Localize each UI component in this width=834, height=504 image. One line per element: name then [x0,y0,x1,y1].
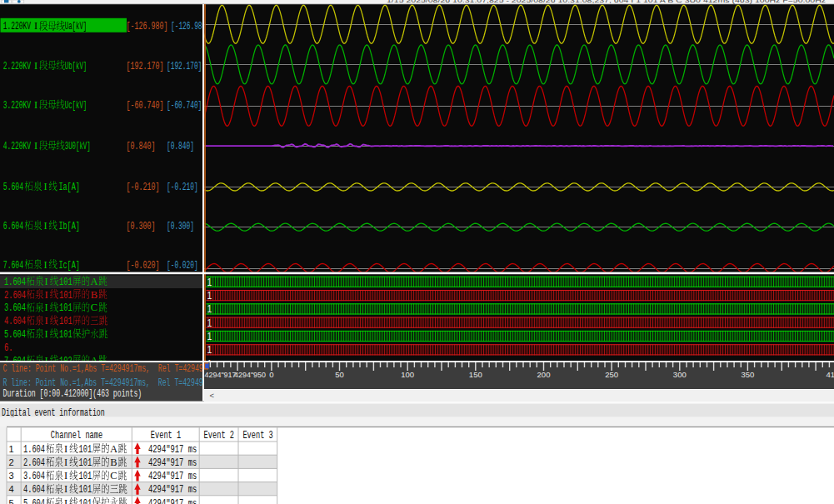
svg-text:6.604: 6.604 [3,220,24,232]
svg-text:I: I [44,220,47,232]
svg-text:Digital event information: Digital event information [2,407,105,418]
svg-text:Event 3: Event 3 [242,430,272,442]
svg-text:R line: Point No.=1,Abs T=4294: R line: Point No.=1,Abs T=4294917ms, Rel… [3,377,203,388]
svg-text:[-60.740]: [-60.740] [127,99,164,111]
svg-text:Event 1: Event 1 [151,430,181,442]
svg-text:2.220KV: 2.220KV [3,60,32,72]
svg-text:1: 1 [207,343,212,355]
svg-text:A: A [110,443,117,455]
svg-text:4294"917: 4294"917 [205,370,237,379]
svg-text:100: 100 [401,370,414,379]
svg-text:I: I [44,328,47,340]
svg-text:[0.840]: [0.840] [127,140,156,152]
svg-text:I: I [64,457,67,468]
svg-text:I: I [44,181,47,192]
svg-text:I: I [64,497,67,504]
svg-text:1: 1 [8,444,13,454]
svg-text:604: 604 [12,328,26,340]
svg-text:[0.300]: [0.300] [127,220,156,232]
svg-text:2.604: 2.604 [23,457,45,468]
svg-text:101: 101 [59,289,72,301]
svg-text:4.604: 4.604 [23,484,45,496]
svg-text:[-126.980]: [-126.980] [127,21,168,32]
svg-text:C: C [91,302,97,313]
svg-text:I: I [34,140,37,152]
svg-text:101: 101 [59,315,72,327]
svg-text:I: I [34,20,37,32]
svg-text:3.604: 3.604 [23,470,45,482]
svg-text:1: 1 [207,289,212,301]
svg-text:5.: 5. [4,328,12,340]
svg-text:I: I [44,315,47,327]
svg-text:413: 413 [827,370,834,379]
svg-text:3.: 3. [4,302,12,314]
svg-text:C: C [110,470,117,482]
svg-text:101: 101 [59,276,72,287]
svg-text:Channel name: Channel name [51,430,102,442]
svg-text:2.: 2. [4,289,12,301]
svg-text:604: 604 [12,289,26,301]
svg-text:Event 2: Event 2 [204,430,234,442]
svg-text:3U0[kV]: 3U0[kV] [65,140,91,152]
svg-text:250: 250 [605,370,618,379]
svg-text:1.: 1. [4,276,12,287]
svg-text:5.604: 5.604 [3,181,24,192]
svg-text:1.604: 1.604 [23,443,45,455]
svg-text:I: I [44,276,47,287]
svg-text:A: A [90,276,97,287]
svg-text:Ia[A]: Ia[A] [58,181,80,192]
svg-text:[-0.020]: [-0.020] [127,259,160,271]
svg-text:0: 0 [269,370,273,379]
svg-text:4: 4 [8,484,13,494]
svg-text:Ib[A]: Ib[A] [58,220,80,232]
svg-text:I: I [44,302,47,313]
svg-text:<: < [210,391,215,400]
svg-text:4294"917 ms: 4294"917 ms [148,457,197,468]
svg-text:6.: 6. [4,342,12,353]
svg-text:101: 101 [79,497,92,504]
svg-text:1: 1 [207,316,212,327]
svg-text:4294"917 ms: 4294"917 ms [148,443,197,455]
svg-text:101: 101 [59,302,72,314]
svg-text:300: 300 [673,370,687,379]
svg-text:Ub[kV]: Ub[kV] [65,60,87,72]
svg-text:Ic[A]: Ic[A] [58,259,80,271]
svg-text:3.220KV: 3.220KV [3,99,32,112]
svg-text:4294"917 ms: 4294"917 ms [148,471,197,482]
svg-text:4294"917 ms: 4294"917 ms [148,497,197,504]
svg-text:350: 350 [741,370,754,379]
svg-text:101: 101 [79,457,92,468]
svg-text:[-60.740]: [-60.740] [167,99,202,112]
svg-text:[192.170]: [192.170] [127,60,164,72]
svg-text:I: I [44,289,47,301]
svg-text:I: I [34,60,37,72]
svg-text:I: I [64,443,67,455]
svg-text:I: I [44,259,47,271]
svg-text:604: 604 [12,302,26,314]
svg-text:Duration [0:00.412000](463 poi: Duration [0:00.412000](463 points) [3,387,142,399]
svg-text:1.220KV: 1.220KV [3,20,32,32]
svg-text:[-0.210]: [-0.210] [167,181,198,193]
svg-text:7.604: 7.604 [3,259,24,271]
svg-text:I: I [34,99,37,111]
svg-text:4294"917 ms: 4294"917 ms [148,484,197,496]
svg-text:B: B [110,457,117,468]
svg-text:604: 604 [12,315,26,327]
svg-text:604: 604 [12,276,26,287]
svg-text:[0.300]: [0.300] [167,220,194,232]
svg-text:B: B [91,289,97,301]
svg-text:I: I [64,470,67,482]
svg-text:101: 101 [79,443,92,455]
svg-text:3: 3 [8,471,13,481]
svg-text:2: 2 [8,457,13,467]
svg-text:[-0.210]: [-0.210] [127,181,160,192]
svg-text:Ua[kV]: Ua[kV] [65,20,87,32]
svg-text:150: 150 [469,370,482,379]
svg-text:4.: 4. [4,315,12,327]
svg-text:5: 5 [8,498,13,504]
svg-text:5.604: 5.604 [23,497,45,504]
svg-text:C line: Point No.=1,Abs T=4294: C line: Point No.=1,Abs T=4294917ms, Rel… [3,362,203,374]
svg-text:[0.840]: [0.840] [167,140,194,152]
svg-text:101: 101 [79,470,92,482]
svg-text:200: 200 [537,370,551,379]
